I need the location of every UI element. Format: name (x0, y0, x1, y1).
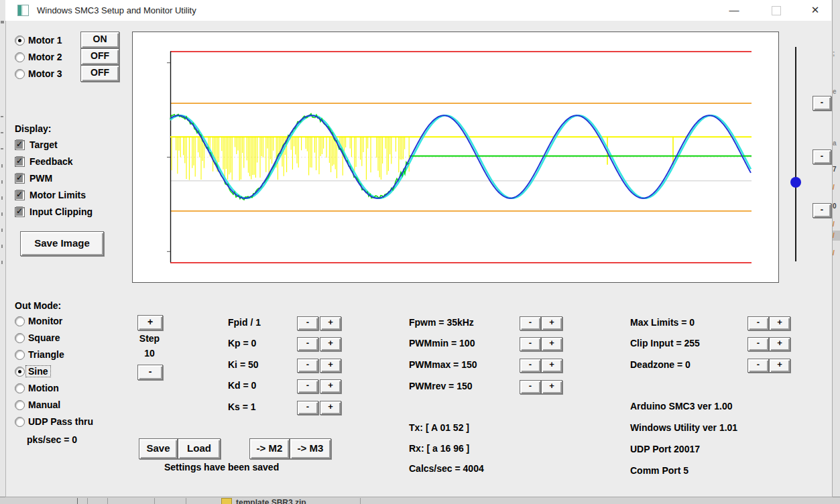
radio-square-label: Square (28, 332, 60, 343)
radio-motor-1[interactable] (15, 36, 25, 46)
save-image-button[interactable]: Save Image (20, 231, 104, 256)
kd-value: Kd = 0 (228, 380, 256, 391)
maximize-button[interactable] (761, 0, 790, 20)
clip-input-plus-button[interactable]: + (769, 337, 790, 351)
bg-text-fragment: a (833, 139, 837, 147)
pwmmax-plus-button[interactable]: + (541, 359, 562, 373)
display-heading: Display: (15, 123, 51, 134)
step-plus-button[interactable]: + (137, 315, 163, 330)
pwmmax-minus-button[interactable]: - (520, 359, 541, 373)
app-icon (17, 5, 29, 16)
kd-plus-button[interactable]: + (320, 379, 341, 393)
motor-1-power-button[interactable]: ON (80, 32, 119, 48)
ki-minus-button[interactable]: - (297, 359, 318, 373)
max-limits-value: Max Limits = 0 (630, 317, 695, 328)
checkbox-pwm-label: PWM (29, 173, 52, 184)
motor-3-power-button[interactable]: OFF (80, 65, 119, 82)
checkbox-target[interactable]: ✓ (15, 140, 25, 150)
bg-text-fragment: / (833, 232, 835, 239)
bg-text-fragment: 0 (833, 202, 837, 210)
fpwm-value: Fpwm = 35kHz (409, 317, 474, 328)
checkbox-pwm[interactable]: ✓ (15, 174, 25, 184)
radio-triangle[interactable] (15, 350, 25, 360)
ks-minus-button[interactable]: - (297, 401, 318, 415)
scale-slider-track[interactable] (795, 47, 796, 261)
tx-value: Tx: [ A 01 52 ] (409, 422, 469, 433)
ks-value: Ks = 1 (228, 401, 256, 412)
settings-status-text: Settings have been saved (164, 462, 279, 472)
scale-slider-knob[interactable] (790, 177, 801, 188)
max-limits-plus-button[interactable]: + (769, 316, 790, 330)
background-window-left-sliver (0, 0, 5, 497)
checkbox-feedback-label: Feedback (29, 156, 73, 167)
background-window-bottom-strip: template SBR3.zip (0, 497, 840, 504)
radio-motor-2[interactable] (15, 52, 25, 62)
out-mode-heading: Out Mode: (15, 300, 61, 311)
radio-square[interactable] (15, 333, 25, 343)
pks-per-sec-value: pks/sec = 0 (27, 434, 77, 445)
rx-value: Rx: [ a 16 96 ] (409, 443, 469, 454)
close-button[interactable]: ✕ (800, 0, 830, 20)
radio-sine[interactable] (15, 367, 25, 377)
radio-dot (18, 370, 21, 373)
radio-monitor-label: Monitor (28, 316, 62, 326)
fpid-plus-button[interactable]: + (320, 316, 341, 330)
checkbox-feedback[interactable]: ✓ (15, 157, 25, 167)
deadzone-minus-button[interactable]: - (747, 359, 769, 373)
windows-utility-version-text: Windows Utility ver 1.01 (630, 422, 737, 433)
checkmark-icon: ✓ (16, 156, 23, 166)
udp-port-text: UDP Port 20017 (630, 444, 700, 454)
fpwm-plus-button[interactable]: + (541, 316, 562, 330)
max-limits-minus-button[interactable]: - (747, 316, 769, 330)
deadzone-plus-button[interactable]: + (769, 359, 790, 373)
slider-middle-minus-button[interactable]: - (813, 149, 831, 164)
pwmrev-minus-button[interactable]: - (520, 380, 541, 394)
checkbox-motor-limits[interactable]: ✓ (15, 190, 25, 200)
radio-manual[interactable] (15, 400, 25, 410)
radio-motion[interactable] (15, 383, 25, 393)
pwmrev-plus-button[interactable]: + (541, 380, 562, 394)
radio-udp-pass-thru[interactable] (15, 417, 25, 427)
screen: ; e a 7 / 0 / / / template SBR3.zip Wind… (0, 0, 840, 504)
radio-motion-label: Motion (28, 383, 59, 393)
step-heading: Step (132, 333, 167, 344)
checkmark-icon: ✓ (16, 139, 23, 149)
copy-to-m2-button[interactable]: -> M2 (249, 438, 290, 459)
ki-value: Ki = 50 (228, 359, 259, 370)
motor-1-label: Motor 1 (28, 35, 62, 46)
background-file-name: template SBR3.zip (236, 498, 306, 504)
radio-motor-3[interactable] (15, 69, 25, 79)
save-button[interactable]: Save (139, 438, 178, 459)
bg-text-fragment: / (833, 249, 835, 257)
checkmark-icon: ✓ (16, 190, 23, 199)
bg-text-fragment: / (833, 220, 835, 228)
checkmark-icon: ✓ (16, 206, 23, 216)
slider-upper-minus-button[interactable]: - (813, 96, 831, 111)
motor-2-power-button[interactable]: OFF (80, 48, 119, 65)
motor-2-label: Motor 2 (28, 52, 62, 62)
checkbox-input-clipping[interactable]: ✓ (15, 207, 25, 217)
checkbox-target-label: Target (29, 139, 58, 150)
kp-plus-button[interactable]: + (320, 337, 341, 351)
kp-value: Kp = 0 (228, 338, 256, 349)
step-minus-button[interactable]: - (137, 365, 163, 380)
radio-dot (18, 39, 21, 42)
fpid-minus-button[interactable]: - (297, 316, 318, 330)
clip-input-minus-button[interactable]: - (747, 337, 769, 351)
pwmmin-minus-button[interactable]: - (520, 337, 541, 351)
maximize-icon (772, 6, 781, 15)
bg-text-fragment: ; (833, 50, 835, 57)
checkbox-input-clipping-label: Input Clipping (29, 206, 93, 217)
slider-lower-minus-button[interactable]: - (813, 203, 831, 218)
fpwm-minus-button[interactable]: - (520, 316, 541, 330)
pwmmin-plus-button[interactable]: + (541, 337, 562, 351)
minimize-button[interactable]: — (719, 0, 749, 20)
ks-plus-button[interactable]: + (320, 401, 341, 415)
kp-minus-button[interactable]: - (297, 337, 318, 351)
radio-sine-label: Sine (26, 366, 50, 377)
kd-minus-button[interactable]: - (297, 379, 318, 393)
radio-monitor[interactable] (15, 316, 25, 326)
load-button[interactable]: Load (178, 438, 221, 459)
copy-to-m3-button[interactable]: -> M3 (290, 438, 331, 459)
ki-plus-button[interactable]: + (320, 359, 341, 373)
